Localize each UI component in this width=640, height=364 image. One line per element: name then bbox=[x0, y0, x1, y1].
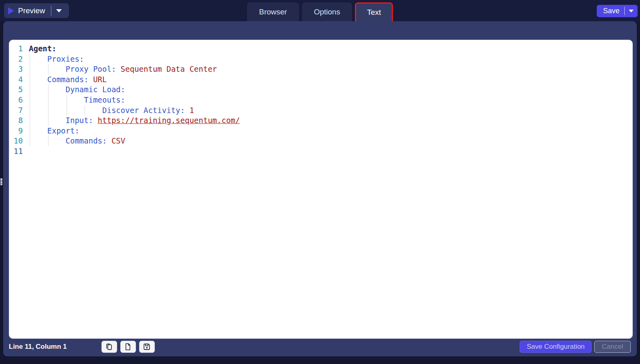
text-editor-panel: 1Agent:2 Proxies:3 Proxy Pool: Sequentum… bbox=[9, 40, 633, 339]
save-button-label: Save bbox=[603, 7, 620, 15]
code-line[interactable]: 3 Proxy Pool: Sequentum Data Center bbox=[9, 64, 632, 75]
yaml-key: Export: bbox=[47, 126, 79, 135]
cancel-button[interactable]: Cancel bbox=[594, 341, 631, 353]
indent-guide bbox=[30, 105, 30, 116]
yaml-value: CSV bbox=[111, 136, 125, 145]
new-file-button[interactable] bbox=[120, 341, 136, 353]
code-line[interactable]: 10 Commands: CSV bbox=[9, 136, 632, 146]
indent-guide bbox=[30, 54, 30, 65]
save-file-button[interactable] bbox=[139, 341, 155, 353]
preview-button[interactable]: Preview bbox=[4, 3, 69, 18]
indent-guide bbox=[67, 105, 67, 116]
save-configuration-button[interactable]: Save Configuration bbox=[520, 341, 591, 353]
indent-guide bbox=[48, 85, 49, 95]
line-number: 7 bbox=[9, 105, 23, 116]
yaml-key: Timeouts: bbox=[84, 95, 125, 104]
yaml-key: Commands: bbox=[66, 136, 107, 145]
line-number: 1 bbox=[9, 44, 23, 54]
yaml-value: URL bbox=[93, 75, 107, 84]
code-line[interactable]: 9 Export: bbox=[9, 126, 632, 136]
code-line[interactable]: 5 Dynamic Load: bbox=[9, 85, 632, 95]
tab-browser[interactable]: Browser bbox=[247, 2, 299, 21]
code-line[interactable]: 4 Commands: URL bbox=[9, 75, 632, 85]
yaml-key: Input: bbox=[66, 116, 93, 125]
line-number: 3 bbox=[9, 64, 23, 75]
caret-down-icon[interactable] bbox=[56, 9, 62, 12]
editor-action-buttons bbox=[101, 341, 155, 353]
cursor-position-label: Line 11, Column 1 bbox=[9, 343, 67, 351]
code-line[interactable]: 1Agent: bbox=[9, 44, 632, 54]
top-toolbar: Preview BrowserOptionsText Save bbox=[0, 0, 640, 21]
editor-status-bar: Line 11, Column 1 Save Configuration Can… bbox=[3, 339, 637, 356]
code-line[interactable]: 2 Proxies: bbox=[9, 54, 632, 65]
play-icon bbox=[8, 7, 14, 14]
yaml-key: Agent: bbox=[29, 44, 57, 53]
code-line[interactable]: 11 bbox=[9, 146, 632, 157]
copy-icon bbox=[105, 342, 113, 351]
yaml-value: Sequentum Data Center bbox=[121, 65, 217, 73]
indent-guide bbox=[30, 64, 30, 75]
tab-text[interactable]: Text bbox=[355, 2, 393, 21]
yaml-key: Discover Activity: bbox=[102, 106, 185, 115]
indent-guide bbox=[48, 136, 49, 146]
code-line[interactable]: 7 Discover Activity: 1 bbox=[9, 105, 632, 116]
indent-guide bbox=[30, 115, 30, 126]
new-file-icon bbox=[124, 342, 132, 351]
line-number: 8 bbox=[9, 115, 23, 126]
indent-guide bbox=[48, 115, 49, 126]
indent-guide bbox=[48, 95, 49, 105]
content-panel: 1Agent:2 Proxies:3 Proxy Pool: Sequentum… bbox=[3, 21, 637, 356]
save-file-icon bbox=[142, 342, 151, 351]
code-editor[interactable]: 1Agent:2 Proxies:3 Proxy Pool: Sequentum… bbox=[9, 44, 632, 157]
line-number: 9 bbox=[9, 126, 23, 136]
yaml-value: 1 bbox=[189, 106, 194, 115]
indent-guide bbox=[30, 85, 30, 95]
tab-options[interactable]: Options bbox=[302, 2, 352, 21]
line-number: 11 bbox=[9, 146, 23, 157]
save-button[interactable]: Save bbox=[597, 5, 638, 17]
line-number: 10 bbox=[9, 136, 23, 146]
yaml-key: Proxies: bbox=[47, 55, 84, 63]
panel-resize-grip-icon[interactable] bbox=[0, 178, 3, 185]
yaml-key: Proxy Pool: bbox=[66, 65, 116, 73]
caret-down-icon[interactable] bbox=[629, 10, 634, 12]
indent-guide bbox=[48, 105, 49, 116]
indent-guide bbox=[30, 95, 30, 105]
copy-button[interactable] bbox=[101, 341, 117, 353]
indent-guide bbox=[30, 136, 30, 146]
line-number: 2 bbox=[9, 54, 23, 65]
indent-guide bbox=[85, 105, 85, 116]
button-divider bbox=[51, 6, 51, 16]
view-tabs: BrowserOptionsText bbox=[247, 0, 393, 21]
yaml-key: Dynamic Load: bbox=[66, 85, 126, 94]
yaml-value-link[interactable]: https://training.sequentum.com/ bbox=[98, 116, 240, 125]
code-line[interactable]: 8 Input: https://training.sequentum.com/ bbox=[9, 115, 632, 126]
indent-guide bbox=[30, 75, 30, 85]
line-number: 5 bbox=[9, 85, 23, 95]
line-number: 6 bbox=[9, 95, 23, 105]
line-number: 4 bbox=[9, 75, 23, 85]
code-line[interactable]: 6 Timeouts: bbox=[9, 95, 632, 105]
button-divider bbox=[624, 7, 625, 15]
indent-guide bbox=[30, 126, 30, 136]
preview-button-label: Preview bbox=[18, 6, 45, 15]
yaml-key: Commands: bbox=[47, 75, 89, 84]
indent-guide bbox=[48, 64, 49, 75]
indent-guide bbox=[67, 95, 67, 105]
